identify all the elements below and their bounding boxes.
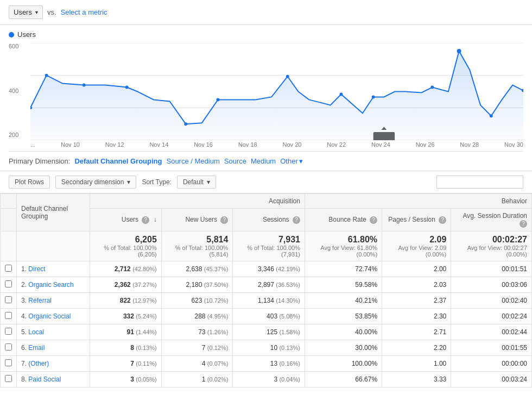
row-sessions-2: 1,134 (14.30%): [233, 293, 305, 309]
behavior-label: Behavior: [502, 197, 527, 205]
row-name-link-7[interactable]: Paid Social: [28, 376, 61, 383]
row-checkbox-2[interactable]: [1, 293, 17, 309]
dim-medium-link[interactable]: Medium: [251, 157, 276, 165]
row-new-users-0: 2,638 (45.37%): [161, 261, 233, 277]
row-checkbox-input-1[interactable]: [5, 280, 12, 287]
users-help-icon[interactable]: ?: [142, 216, 149, 224]
row-new-users-2: 623 (10.72%): [161, 293, 233, 309]
row-name-link-0[interactable]: Direct: [28, 265, 45, 273]
row-checkbox-input-0[interactable]: [5, 265, 12, 272]
row-checkbox-3[interactable]: [1, 309, 17, 324]
row-bounce-rate-5: 30.00%: [305, 340, 382, 356]
row-checkbox-input-7[interactable]: [5, 375, 12, 382]
dim-source-link[interactable]: Source: [224, 157, 246, 165]
svg-point-6: [45, 74, 48, 77]
row-sessions-4: 125 (1.58%): [233, 324, 305, 340]
chevron-down-icon: ▾: [299, 157, 303, 165]
vs-label: vs.: [47, 8, 56, 16]
row-num-0: 1.: [21, 265, 27, 273]
plot-rows-button[interactable]: Plot Rows: [9, 176, 50, 189]
row-sessions-1: 2,897 (36.53%): [233, 277, 305, 293]
users-col-header[interactable]: Users ? ↓: [90, 209, 162, 232]
pages-session-col-header[interactable]: Pages / Session ?: [382, 209, 451, 232]
row-name-link-5[interactable]: Email: [28, 344, 45, 352]
y-200: 200: [9, 132, 30, 138]
primary-dim-current[interactable]: Default Channel Grouping: [74, 157, 162, 165]
secondary-dimension-dropdown[interactable]: Secondary dimension ▾: [55, 176, 136, 189]
bounce-rate-col-header[interactable]: Bounce Rate ?: [305, 209, 382, 232]
sort-type-label: Sort Type:: [142, 178, 171, 186]
row-checkbox-input-5[interactable]: [5, 343, 12, 351]
row-users-4: 91 (1.44%): [90, 324, 162, 340]
row-checkbox-6[interactable]: [1, 356, 17, 372]
select-all-checkbox-header: [1, 194, 17, 209]
x-label-10: Nov 28: [460, 141, 479, 150]
row-checkbox-5[interactable]: [1, 340, 17, 356]
table-row: 7. (Other) 7 (0.11%) 4 (0.07%) 13 (0.16%…: [1, 356, 532, 372]
row-sessions-3: 403 (5.08%): [233, 309, 305, 324]
y-axis: 600 400 200: [9, 43, 30, 140]
bounce-rate-help-icon[interactable]: ?: [370, 216, 377, 224]
row-checkbox-1[interactable]: [1, 277, 17, 293]
row-name-link-1[interactable]: Organic Search: [28, 281, 73, 289]
acquisition-label: Acquisition: [269, 197, 300, 205]
table-search-input[interactable]: [436, 176, 523, 189]
svg-point-16: [490, 114, 493, 117]
dim-source-medium-link[interactable]: Source / Medium: [166, 157, 219, 165]
row-checkbox-7[interactable]: [1, 372, 17, 387]
svg-point-9: [184, 122, 187, 126]
y-400: 400: [9, 87, 30, 94]
dimension-column-header: Default Channel Grouping: [17, 194, 90, 232]
new-users-col-header[interactable]: New Users ?: [161, 209, 233, 232]
new-users-help-icon[interactable]: ?: [220, 216, 228, 224]
secondary-dim-label: Secondary dimension: [61, 178, 124, 186]
x-label-6: Nov 20: [283, 141, 302, 150]
row-pages-4: 2.71: [382, 324, 451, 340]
x-label-3: Nov 14: [149, 141, 168, 150]
row-new-users-6: 4 (0.07%): [161, 356, 233, 372]
table-row: 3. Referral 822 (12.97%) 623 (10.72%) 1,…: [1, 293, 532, 309]
avg-duration-col-header[interactable]: Avg. Session Duration ?: [451, 209, 532, 232]
row-dim-cell-3: 4. Organic Social: [17, 309, 90, 324]
row-checkbox-input-3[interactable]: [5, 312, 12, 319]
row-num-3: 4.: [21, 312, 27, 320]
x-label-4: Nov 16: [194, 141, 213, 150]
row-dim-cell-5: 6. Email: [17, 340, 90, 356]
row-checkbox-input-2[interactable]: [5, 296, 12, 303]
row-sessions-6: 13 (0.16%): [233, 356, 305, 372]
select-metric-link[interactable]: Select a metric: [61, 8, 107, 16]
row-checkbox-input-4[interactable]: [5, 328, 12, 335]
pages-session-help-icon[interactable]: ?: [439, 216, 446, 224]
row-num-1: 2.: [21, 281, 27, 289]
row-checkbox-0[interactable]: [1, 261, 17, 277]
sort-type-dropdown[interactable]: Default ▾: [177, 176, 216, 189]
svg-point-15: [457, 49, 461, 53]
row-duration-7: 00:03:24: [451, 372, 532, 387]
row-name-link-6[interactable]: (Other): [28, 360, 49, 367]
sessions-help-icon[interactable]: ?: [293, 216, 300, 224]
chart-area: Users 600 400 200: [0, 25, 532, 152]
legend-dot: [9, 32, 14, 37]
row-bounce-rate-2: 40.21%: [305, 293, 382, 309]
avg-duration-help-icon[interactable]: ?: [520, 220, 527, 228]
row-name-link-2[interactable]: Referral: [28, 297, 52, 304]
x-label-5: Nov 18: [238, 141, 257, 150]
svg-point-10: [216, 98, 219, 101]
legend-label: Users: [17, 30, 36, 39]
row-num-4: 5.: [21, 328, 27, 336]
row-pages-7: 3.33: [382, 372, 451, 387]
row-name-link-4[interactable]: Local: [28, 328, 44, 336]
y-600: 600: [9, 43, 30, 49]
sessions-col-header[interactable]: Sessions ?: [233, 209, 305, 232]
totals-sessions-sub: % of Total: 100.00% (7,931): [237, 245, 300, 258]
metric-dropdown[interactable]: Users ▾: [9, 5, 43, 19]
row-name-link-3[interactable]: Organic Social: [28, 312, 71, 320]
row-users-3: 332 (5.24%): [90, 309, 162, 324]
row-checkbox-input-6[interactable]: [5, 359, 12, 366]
chart-container: 600 400 200: [9, 43, 523, 152]
sort-default-label: Default: [183, 178, 204, 186]
row-new-users-3: 288 (4.95%): [161, 309, 233, 324]
totals-new-users-cell: 5,814 % of Total: 100.00% (5,814): [161, 232, 233, 261]
dim-other-dropdown[interactable]: Other ▾: [280, 157, 303, 165]
row-checkbox-4[interactable]: [1, 324, 17, 340]
